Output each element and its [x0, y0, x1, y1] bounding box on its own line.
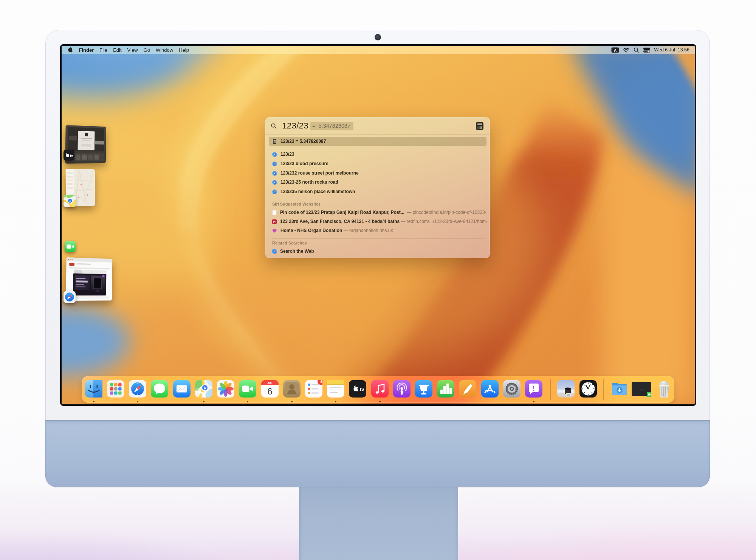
svg-text:tv: tv	[360, 387, 364, 392]
svg-text:!: !	[533, 385, 535, 392]
svg-text:R: R	[273, 220, 276, 223]
svg-text:tv: tv	[70, 154, 73, 158]
svg-text:6: 6	[267, 386, 272, 396]
svg-text:A: A	[614, 48, 617, 52]
svg-text:4: 4	[320, 380, 322, 384]
svg-text:JUL: JUL	[267, 382, 273, 384]
